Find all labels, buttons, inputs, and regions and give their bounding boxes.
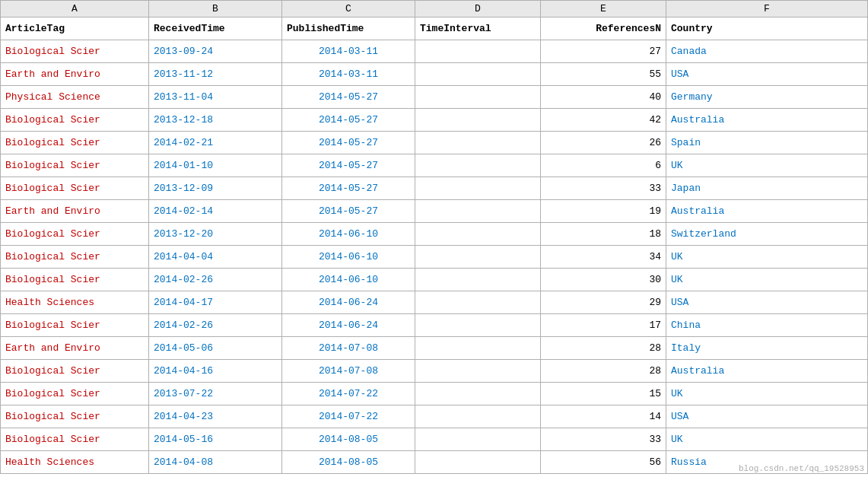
cell-tag: Biological Scier (1, 223, 149, 246)
cell-tag: Biological Scier (1, 154, 149, 177)
cell-published: 2014-07-22 (282, 405, 415, 428)
cell-tag: Earth and Enviro (1, 337, 149, 360)
cell-received: 2014-04-16 (149, 360, 282, 383)
table-row: Biological Scier2014-04-162014-07-0828Au… (1, 360, 868, 383)
cell-published: 2014-05-27 (282, 200, 415, 223)
field-publishedtime: PublishedTime (282, 17, 415, 40)
table-row: Biological Scier2014-04-042014-06-1034UK (1, 246, 868, 269)
cell-country: Canada (666, 40, 868, 63)
cell-published: 2014-05-27 (282, 154, 415, 177)
cell-tag: Physical Science (1, 86, 149, 109)
cell-refs: 33 (541, 428, 666, 451)
cell-published: 2014-08-05 (282, 451, 415, 474)
cell-tag: Biological Scier (1, 40, 149, 63)
cell-refs: 29 (541, 291, 666, 314)
cell-country: Germany (666, 86, 868, 109)
cell-received: 2013-12-18 (149, 109, 282, 132)
table-row: Biological Scier2014-02-212014-05-2726Sp… (1, 132, 868, 154)
cell-interval (415, 40, 541, 63)
watermark: blog.csdn.net/qq_19528953 (739, 464, 864, 473)
cell-interval (415, 109, 541, 132)
cell-published: 2014-03-11 (282, 40, 415, 63)
cell-interval (415, 154, 541, 177)
cell-received: 2014-02-26 (149, 269, 282, 291)
cell-received: 2013-12-09 (149, 177, 282, 200)
cell-received: 2013-11-12 (149, 63, 282, 86)
cell-interval (415, 314, 541, 337)
cell-interval (415, 383, 541, 405)
table-row: Biological Scier2013-07-222014-07-2215UK (1, 383, 868, 405)
cell-received: 2014-01-10 (149, 154, 282, 177)
table-row: Biological Scier2014-05-162014-08-0533UK (1, 428, 868, 451)
field-country: Country (666, 17, 868, 40)
cell-tag: Biological Scier (1, 405, 149, 428)
cell-tag: Biological Scier (1, 383, 149, 405)
cell-country: Italy (666, 337, 868, 360)
cell-country: UK (666, 428, 868, 451)
cell-published: 2014-05-27 (282, 86, 415, 109)
cell-refs: 26 (541, 132, 666, 154)
cell-interval (415, 223, 541, 246)
cell-interval (415, 269, 541, 291)
cell-refs: 18 (541, 223, 666, 246)
cell-published: 2014-05-27 (282, 109, 415, 132)
cell-received: 2013-07-22 (149, 383, 282, 405)
cell-refs: 27 (541, 40, 666, 63)
cell-tag: Health Sciences (1, 291, 149, 314)
cell-published: 2014-05-27 (282, 177, 415, 200)
cell-refs: 30 (541, 269, 666, 291)
cell-tag: Biological Scier (1, 314, 149, 337)
cell-received: 2014-04-04 (149, 246, 282, 269)
cell-refs: 34 (541, 246, 666, 269)
cell-country: Spain (666, 132, 868, 154)
col-header-d: D (415, 1, 541, 17)
cell-received: 2014-04-08 (149, 451, 282, 474)
cell-received: 2014-02-26 (149, 314, 282, 337)
cell-published: 2014-06-24 (282, 314, 415, 337)
cell-country: Japan (666, 177, 868, 200)
cell-refs: 56 (541, 451, 666, 474)
cell-country: USA (666, 63, 868, 86)
cell-published: 2014-06-10 (282, 246, 415, 269)
cell-tag: Earth and Enviro (1, 200, 149, 223)
cell-received: 2014-05-06 (149, 337, 282, 360)
cell-tag: Earth and Enviro (1, 63, 149, 86)
cell-country: Australia (666, 109, 868, 132)
cell-received: 2014-02-21 (149, 132, 282, 154)
table-row: Biological Scier2013-09-242014-03-1127Ca… (1, 40, 868, 63)
cell-refs: 28 (541, 337, 666, 360)
field-receivedtime: ReceivedTime (149, 17, 282, 40)
cell-interval (415, 63, 541, 86)
cell-refs: 55 (541, 63, 666, 86)
cell-published: 2014-07-08 (282, 360, 415, 383)
cell-refs: 40 (541, 86, 666, 109)
cell-interval (415, 132, 541, 154)
cell-tag: Biological Scier (1, 428, 149, 451)
cell-refs: 14 (541, 405, 666, 428)
cell-published: 2014-06-10 (282, 223, 415, 246)
table-row: Biological Scier2014-01-102014-05-276UK (1, 154, 868, 177)
cell-country: Australia (666, 200, 868, 223)
table-row: Biological Scier2014-02-262014-06-1030UK (1, 269, 868, 291)
cell-received: 2014-05-16 (149, 428, 282, 451)
cell-published: 2014-06-10 (282, 269, 415, 291)
cell-tag: Biological Scier (1, 177, 149, 200)
cell-received: 2014-04-17 (149, 291, 282, 314)
cell-published: 2014-06-24 (282, 291, 415, 314)
cell-country: USA (666, 291, 868, 314)
cell-received: 2013-11-04 (149, 86, 282, 109)
spreadsheet-table: A B C D E F ArticleTag ReceivedTime Publ… (0, 0, 868, 474)
cell-tag: Health Sciences (1, 451, 149, 474)
cell-tag: Biological Scier (1, 109, 149, 132)
cell-refs: 15 (541, 383, 666, 405)
cell-refs: 6 (541, 154, 666, 177)
col-header-c: C (282, 1, 415, 17)
cell-interval (415, 405, 541, 428)
field-timeinterval: TimeInterval (415, 17, 541, 40)
table-row: Biological Scier2014-02-262014-06-2417Ch… (1, 314, 868, 337)
cell-interval (415, 291, 541, 314)
cell-published: 2014-07-22 (282, 383, 415, 405)
cell-refs: 28 (541, 360, 666, 383)
cell-received: 2014-04-23 (149, 405, 282, 428)
cell-received: 2013-09-24 (149, 40, 282, 63)
